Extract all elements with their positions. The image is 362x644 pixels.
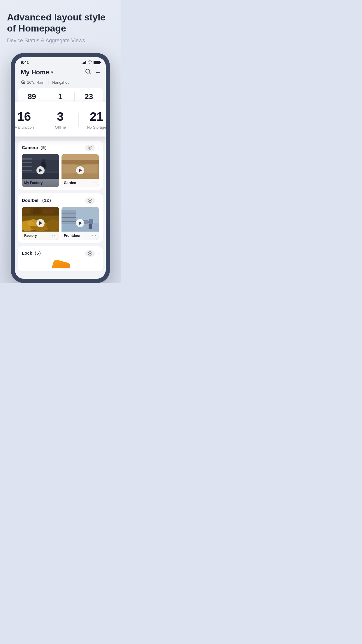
camera-thumbnails-row: My Factory ··· [18, 154, 103, 187]
play-triangle-icon [79, 169, 82, 172]
doorbell-header-right: › [85, 197, 99, 204]
play-all-icon [88, 199, 92, 203]
offline-label: Offline [42, 125, 78, 130]
app-header: My Home ▾ + [15, 66, 106, 79]
weather-city: Hangzhou [52, 80, 69, 85]
home-title-container[interactable]: My Home ▾ [21, 69, 53, 76]
weather-emoji: 🌤 [21, 80, 25, 85]
phone-screen: 9:41 [15, 57, 106, 279]
play-all-icon [88, 146, 92, 150]
orange-shape-decoration [50, 260, 71, 268]
lock-header: Lock（5） › [18, 250, 103, 260]
lock-play-all-button[interactable] [85, 250, 95, 257]
doorbell-header: Doorbell（12） › [18, 197, 103, 207]
svg-marker-40 [89, 253, 91, 254]
camera-chevron-right-icon[interactable]: › [97, 146, 99, 150]
page-wrapper: Advanced layout style of Homepage Device… [0, 0, 121, 283]
camera-section: Camera（5） › [18, 141, 103, 190]
stat-devices: 89 [18, 92, 46, 101]
camera-factory-overlay [22, 154, 59, 187]
camera-title: Camera（5） [22, 145, 49, 150]
weather-divider: | [48, 80, 49, 85]
no-storage-stat: 21 No Storage [79, 111, 106, 130]
offline-stat: 3 Offline [42, 111, 78, 130]
weather-condition: Rain [36, 80, 44, 85]
svg-line-1 [89, 73, 91, 74]
doorbell-section: Doorbell（12） › [18, 193, 103, 243]
doorbell-chevron-right-icon[interactable]: › [97, 198, 99, 203]
battery-icon [94, 61, 100, 64]
play-triangle-icon [79, 221, 82, 225]
play-triangle-icon [39, 221, 42, 225]
camera-my-factory[interactable]: My Factory ··· [22, 154, 59, 187]
stat-cameras: 23 [75, 92, 103, 101]
status-bar: 9:41 [15, 57, 106, 66]
stat-alerts: 1 [46, 92, 75, 101]
svg-marker-20 [89, 200, 91, 202]
add-icon[interactable]: + [96, 68, 100, 76]
offline-number: 3 [42, 111, 78, 123]
weather-bar: 🌤 16°c Rain | Hangzhou [15, 79, 106, 88]
play-button[interactable] [76, 219, 84, 227]
hero-subtitle: Device Status & Aggregate Views [7, 38, 114, 44]
stat-cameras-number: 23 [75, 92, 103, 101]
malfunction-label: Malfunction [15, 125, 42, 130]
doorbell-frontdoor-overlay [61, 207, 99, 240]
header-actions: + [85, 68, 100, 76]
malfunction-number: 16 [15, 111, 42, 123]
phone-mockup: 9:41 [11, 53, 110, 283]
lock-header-right: › [85, 250, 99, 257]
play-button[interactable] [36, 219, 45, 227]
no-storage-label: No Storage [79, 125, 106, 130]
chevron-down-icon: ▾ [51, 70, 53, 75]
doorbell-play-all-button[interactable] [85, 197, 95, 204]
signal-icon [82, 61, 87, 64]
status-icons [82, 60, 100, 64]
doorbell-thumbnails-row: Factory ··· [18, 207, 103, 240]
status-time: 9:41 [21, 60, 29, 65]
scroll-content: Camera（5） › [15, 136, 106, 279]
play-all-icon [88, 251, 92, 256]
camera-garden[interactable]: Garden ··· [61, 154, 99, 187]
svg-marker-2 [89, 147, 91, 149]
play-button[interactable] [36, 166, 45, 174]
bottom-orange-hint [18, 260, 103, 268]
wifi-icon [88, 60, 92, 64]
camera-play-all-button[interactable] [85, 145, 95, 151]
camera-header: Camera（5） › [18, 145, 103, 154]
stat-devices-number: 89 [18, 92, 46, 101]
doorbell-title: Doorbell（12） [22, 198, 53, 203]
floating-aggregate-card: 16 Malfunction 3 Offline 21 No Storage [15, 102, 106, 136]
play-button[interactable] [76, 166, 84, 174]
camera-header-right: › [85, 145, 99, 151]
play-triangle-icon [39, 169, 42, 172]
search-icon[interactable] [85, 68, 91, 76]
lock-title: Lock（5） [22, 251, 43, 256]
weather-temp: 16°c [27, 80, 35, 85]
camera-garden-overlay [61, 154, 99, 187]
doorbell-factory[interactable]: Factory ··· [22, 207, 59, 240]
malfunction-stat: 16 Malfunction [15, 111, 42, 130]
doorbell-frontdoor[interactable]: Frontdoor ··· [61, 207, 99, 240]
doorbell-factory-overlay [22, 207, 59, 240]
no-storage-number: 21 [79, 111, 106, 123]
lock-section: Lock（5） › [18, 246, 103, 271]
home-title-text: My Home [21, 69, 49, 76]
lock-chevron-right-icon[interactable]: › [97, 251, 99, 256]
hero-title: Advanced layout style of Homepage [7, 12, 114, 34]
stat-alerts-number: 1 [46, 92, 75, 101]
